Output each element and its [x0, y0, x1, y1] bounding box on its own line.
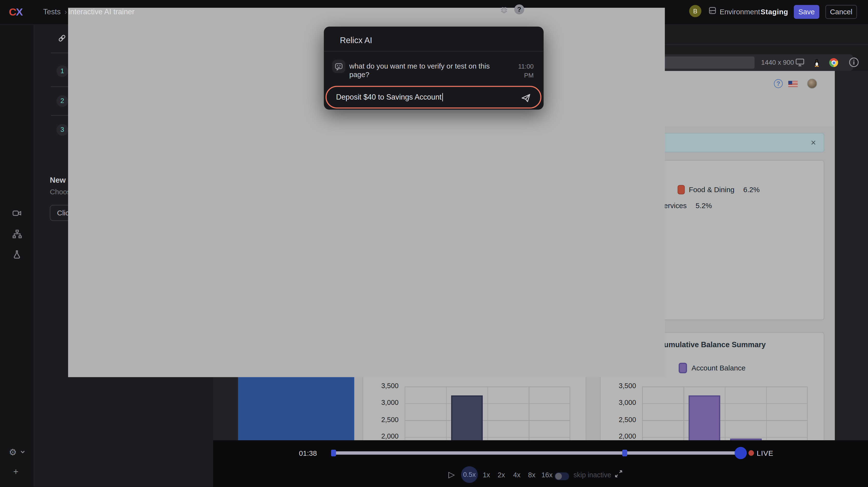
dialog-title: Relicx AI — [340, 35, 372, 45]
legend-value: 5.2% — [695, 202, 712, 210]
video-recorder-icon[interactable] — [12, 209, 22, 218]
environment-label: Environment — [719, 8, 760, 16]
message-timestamp: 11:00PM — [509, 62, 534, 80]
cancel-button[interactable]: Cancel — [826, 5, 857, 19]
environment-icon — [708, 6, 717, 15]
viewport-size-label: 1440 x 900 — [761, 59, 794, 66]
send-icon[interactable] — [521, 93, 532, 104]
page-user-avatar[interactable] — [807, 79, 817, 89]
help-icon[interactable]: ? — [514, 4, 524, 14]
chevron-down-icon[interactable] — [20, 449, 25, 455]
y-axis-tick: 3,000 — [602, 399, 636, 406]
playback-controls: ▷ 0.5x 1x 2x 4x 8x 16x skip inactive — [213, 465, 868, 484]
speed-8x[interactable]: 8x — [528, 471, 535, 479]
y-axis-tick: 2,500 — [364, 416, 399, 424]
prompt-input[interactable]: Deposit $40 to Savings Account — [326, 86, 541, 109]
link-icon — [58, 34, 67, 43]
fullscreen-icon[interactable] — [614, 469, 623, 478]
app-window: CX Tests›Interactive AI trainer ? B Envi… — [0, 0, 868, 487]
save-button[interactable]: Save — [794, 5, 819, 19]
breadcrumb: Tests›Interactive AI trainer — [43, 8, 71, 16]
app-logo[interactable]: CX — [9, 6, 23, 18]
chrome-icon — [829, 58, 838, 67]
speed-4x[interactable]: 4x — [513, 471, 521, 479]
legend-swatch — [679, 363, 687, 373]
y-axis-tick: 3,000 — [364, 399, 399, 406]
add-icon[interactable]: + — [13, 467, 19, 477]
speed-1x[interactable]: 1x — [483, 471, 490, 479]
y-axis-tick: 2,000 — [602, 432, 636, 440]
video-player-bar: 01:38 LIVE ▷ 0.5x 1x 2x 4x 8x 16x skip i… — [213, 440, 868, 487]
live-label: LIVE — [757, 449, 774, 457]
legend-value: 6.2% — [743, 186, 760, 194]
flask-icon[interactable] — [12, 250, 22, 259]
bar[interactable] — [688, 396, 720, 440]
legend-swatch — [678, 185, 685, 194]
chat-bot-icon — [332, 60, 345, 73]
bug-icon[interactable] — [499, 5, 509, 14]
ai-message: what do you want me to verify or test on… — [349, 62, 507, 79]
breadcrumb-tests[interactable]: Tests — [43, 8, 61, 16]
playback-time: 01:38 — [299, 449, 317, 457]
playhead-handle[interactable] — [735, 447, 747, 459]
speed-16x[interactable]: 16x — [541, 471, 552, 479]
legend-label: Food & Dining — [689, 186, 734, 194]
step-number: 1 — [56, 65, 68, 77]
left-icon-rail: ⚙ + — [0, 25, 34, 487]
y-axis-tick: 2,500 — [602, 416, 636, 424]
alert-close-icon[interactable]: × — [811, 133, 816, 152]
legend-item[interactable]: Food & Dining6.2% — [678, 185, 760, 194]
timeline-marker[interactable] — [331, 450, 336, 456]
sitemap-icon[interactable] — [12, 229, 22, 239]
step-number: 3 — [56, 124, 68, 136]
legend-label: Account Balance — [691, 364, 745, 372]
speed-0.5x[interactable]: 0.5x — [461, 466, 478, 483]
linux-penguin-icon — [812, 58, 821, 67]
y-axis-tick: 2,000 — [364, 432, 399, 440]
skip-inactive-label: skip inactive — [574, 471, 611, 479]
monitor-icon[interactable] — [795, 58, 805, 67]
step-number: 2 — [56, 95, 68, 107]
y-axis-tick: 3,500 — [602, 382, 636, 390]
speed-2x[interactable]: 2x — [498, 471, 505, 479]
top-bar: CX Tests›Interactive AI trainer ? B Envi… — [0, 0, 868, 25]
us-flag-icon[interactable] — [788, 81, 798, 87]
logo-x: X — [16, 6, 23, 18]
bar-plot-area — [405, 387, 570, 440]
page-help-icon[interactable]: ? — [774, 79, 783, 88]
timeline-marker[interactable] — [622, 450, 627, 456]
divider — [324, 51, 544, 51]
play-icon[interactable]: ▷ — [448, 469, 455, 480]
settings-gear-icon[interactable]: ⚙ — [9, 447, 17, 457]
bar-plot-area — [642, 387, 807, 440]
info-icon[interactable] — [848, 57, 859, 67]
logo-c: C — [9, 6, 16, 18]
user-avatar[interactable]: B — [689, 5, 702, 17]
skip-inactive-toggle[interactable] — [555, 473, 569, 480]
text-caret — [442, 93, 443, 101]
environment-value[interactable]: Staging — [761, 8, 788, 16]
bar[interactable] — [451, 396, 483, 440]
relicx-ai-dialog: Relicx AI what do you want me to verify … — [324, 27, 544, 110]
breadcrumb-separator: › — [64, 8, 67, 16]
timeline-track[interactable] — [331, 451, 744, 455]
toggle-knob — [555, 473, 562, 480]
live-dot — [748, 450, 754, 456]
prompt-input-value: Deposit $40 to Savings Account — [336, 93, 443, 101]
y-axis-tick: 3,500 — [364, 382, 399, 390]
